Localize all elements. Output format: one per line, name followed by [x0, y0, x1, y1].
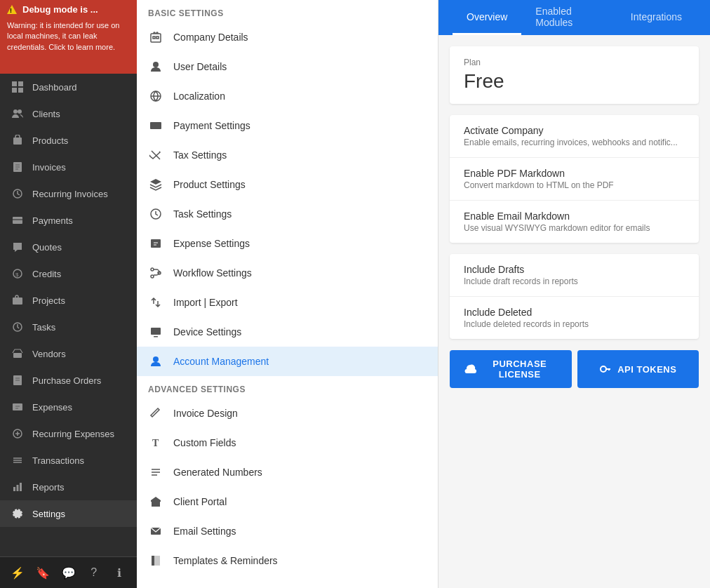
- settings-label-email-settings: Email Settings: [173, 526, 236, 537]
- sidebar-item-invoices[interactable]: Invoices: [0, 154, 137, 180]
- sidebar-item-reports[interactable]: Reports: [0, 474, 137, 500]
- include-deleted-desc: Include deleted records in reports: [464, 319, 685, 329]
- svg-point-38: [151, 275, 154, 278]
- sidebar-label-transactions: Transactions: [32, 455, 84, 466]
- reports-icon: [11, 481, 24, 493]
- settings-item-import-export[interactable]: Import | Export: [137, 288, 438, 317]
- sidebar-item-purchase-orders[interactable]: Purchase Orders: [0, 367, 137, 394]
- sidebar-item-tasks[interactable]: Tasks: [0, 314, 137, 340]
- sidebar-item-projects[interactable]: Projects: [0, 287, 137, 314]
- settings-item-payment-settings[interactable]: Payment Settings: [137, 111, 438, 140]
- sidebar-label-recurring-expenses: Recurring Expenses: [32, 429, 114, 439]
- svg-point-5: [18, 109, 22, 114]
- settings-item-email-settings[interactable]: Email Settings: [137, 516, 438, 546]
- option-enable-email-markdown[interactable]: Enable Email Markdown Use visual WYSIWYG…: [450, 201, 699, 243]
- product-settings-icon: [148, 177, 163, 192]
- settings-item-tax-settings[interactable]: Tax Settings: [137, 140, 438, 170]
- info-icon[interactable]: ℹ: [110, 563, 128, 582]
- svg-rect-3: [18, 88, 23, 93]
- sidebar-item-quotes[interactable]: Quotes: [0, 234, 137, 260]
- settings-item-templates-reminders[interactable]: Templates & Reminders: [137, 546, 438, 575]
- generated-numbers-icon: [148, 465, 163, 480]
- settings-item-task-settings[interactable]: Task Settings: [137, 199, 438, 229]
- svg-point-4: [13, 109, 18, 114]
- tab-integrations[interactable]: Integrations: [617, 0, 696, 35]
- settings-label-device-settings: Device Settings: [173, 326, 241, 338]
- sidebar-item-payments[interactable]: Payments: [0, 207, 137, 234]
- sidebar-item-credits[interactable]: $ Credits: [0, 260, 137, 287]
- lightning-icon[interactable]: ⚡: [8, 563, 27, 582]
- advanced-settings-header: Advanced Settings: [137, 376, 438, 399]
- enable-email-markdown-desc: Use visual WYSIWYG markdown editor for e…: [464, 223, 685, 233]
- sidebar-label-recurring-invoices: Recurring Invoices: [32, 189, 108, 199]
- sidebar-item-clients[interactable]: Clients: [0, 100, 137, 127]
- svg-point-41: [153, 356, 159, 362]
- vendors-icon: [11, 347, 24, 360]
- settings-item-invoice-design[interactable]: Invoice Design: [137, 399, 438, 428]
- settings-panel: Basic Settings Company Details User Deta…: [137, 0, 438, 588]
- sidebar-item-vendors[interactable]: Vendors: [0, 340, 137, 367]
- settings-item-user-details[interactable]: User Details: [137, 52, 438, 81]
- api-tokens-button[interactable]: API TOKENS: [577, 350, 699, 388]
- sidebar: ! Debug mode is ... Warning: it is inten…: [0, 0, 137, 588]
- sidebar-label-expenses: Expenses: [32, 402, 72, 413]
- svg-rect-26: [20, 483, 22, 491]
- settings-label-account-management: Account Management: [173, 356, 269, 367]
- purchase-license-button[interactable]: PURCHASE LICENSE: [450, 350, 572, 388]
- credits-icon: $: [11, 267, 24, 280]
- bookmark-icon[interactable]: 🔖: [34, 563, 52, 582]
- help-icon[interactable]: ?: [85, 563, 103, 582]
- tab-overview[interactable]: Overview: [453, 0, 521, 35]
- sidebar-item-products[interactable]: Products: [0, 127, 137, 154]
- settings-item-workflow-settings[interactable]: Workflow Settings: [137, 258, 438, 288]
- settings-item-generated-numbers[interactable]: Generated Numbers: [137, 457, 438, 487]
- sidebar-label-payments: Payments: [32, 215, 73, 226]
- svg-rect-39: [151, 328, 161, 335]
- settings-item-client-portal[interactable]: Client Portal: [137, 487, 438, 516]
- sidebar-item-expenses[interactable]: Expenses: [0, 394, 137, 420]
- debug-banner[interactable]: ! Debug mode is ... Warning: it is inten…: [0, 0, 137, 74]
- report-include-drafts[interactable]: Include Drafts Include draft records in …: [450, 254, 699, 297]
- settings-item-product-settings[interactable]: Product Settings: [137, 170, 438, 199]
- settings-label-import-export: Import | Export: [173, 297, 238, 308]
- settings-item-expense-settings[interactable]: Expense Settings: [137, 229, 438, 258]
- settings-item-company-details[interactable]: Company Details: [137, 22, 438, 52]
- chat-icon[interactable]: 💬: [59, 563, 77, 582]
- report-include-deleted[interactable]: Include Deleted Include deleted records …: [450, 297, 699, 339]
- settings-label-tax-settings: Tax Settings: [173, 149, 227, 161]
- settings-item-localization[interactable]: Localization: [137, 81, 438, 111]
- main-content: Overview Enabled Modules Integrations Pl…: [438, 0, 710, 588]
- transactions-icon: [11, 454, 24, 467]
- sidebar-item-recurring-expenses[interactable]: Recurring Expenses: [0, 420, 137, 447]
- activate-company-desc: Enable emails, recurring invoices, webho…: [464, 138, 685, 147]
- sidebar-item-transactions[interactable]: Transactions: [0, 447, 137, 474]
- enable-email-markdown-title: Enable Email Markdown: [464, 211, 685, 222]
- sidebar-item-dashboard[interactable]: Dashboard: [0, 74, 137, 100]
- settings-item-custom-fields[interactable]: T Custom Fields: [137, 428, 438, 457]
- sidebar-label-projects: Projects: [32, 295, 65, 306]
- user-details-icon: [148, 59, 163, 74]
- sidebar-label-invoices: Invoices: [32, 162, 66, 173]
- basic-settings-header: Basic Settings: [137, 0, 438, 22]
- content-area: Plan Free Activate Company Enable emails…: [438, 35, 710, 399]
- sidebar-label-quotes: Quotes: [32, 242, 62, 253]
- workflow-settings-icon: [148, 265, 163, 281]
- tab-enabled-modules[interactable]: Enabled Modules: [521, 0, 616, 35]
- svg-rect-18: [13, 353, 22, 358]
- debug-title: ! Debug mode is ...: [7, 4, 98, 15]
- clients-icon: [11, 107, 24, 120]
- settings-item-device-settings[interactable]: Device Settings: [137, 317, 438, 347]
- sidebar-item-settings[interactable]: Settings: [0, 500, 137, 527]
- sidebar-item-recurring-invoices[interactable]: Recurring Invoices: [0, 180, 137, 207]
- svg-rect-33: [150, 124, 161, 126]
- option-activate-company[interactable]: Activate Company Enable emails, recurrin…: [450, 115, 699, 158]
- client-portal-icon: [148, 494, 163, 509]
- settings-label-invoice-design: Invoice Design: [173, 408, 238, 419]
- settings-item-account-management[interactable]: Account Management: [137, 347, 438, 376]
- option-enable-pdf-markdown[interactable]: Enable PDF Markdown Convert markdown to …: [450, 158, 699, 201]
- task-settings-icon: [148, 206, 163, 222]
- enable-pdf-markdown-title: Enable PDF Markdown: [464, 168, 685, 179]
- sidebar-label-reports: Reports: [32, 482, 65, 493]
- svg-rect-6: [13, 138, 22, 145]
- settings-label-workflow-settings: Workflow Settings: [173, 267, 252, 279]
